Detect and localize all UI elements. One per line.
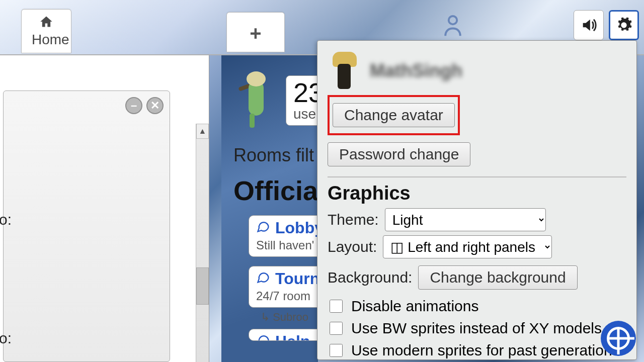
- plus-icon: +: [250, 22, 261, 45]
- watermark-icon: [601, 321, 636, 356]
- checkbox[interactable]: [330, 344, 343, 357]
- username-label: MathSingh: [370, 60, 462, 81]
- check-label: Disable animations: [351, 298, 478, 315]
- sound-button[interactable]: [574, 10, 604, 40]
- check-disable-animations[interactable]: Disable animations: [328, 298, 626, 315]
- scrollbar[interactable]: ▲: [196, 124, 209, 362]
- check-label: Use modern sprites for past generations: [351, 342, 620, 359]
- room-title: Lobby: [275, 219, 324, 237]
- close-icon[interactable]: ✕: [146, 97, 164, 114]
- layout-select[interactable]: ◫ Left and right panels: [383, 235, 552, 258]
- check-modern-sprites[interactable]: Use modern sprites for past generations: [328, 342, 626, 359]
- minimize-icon[interactable]: –: [125, 97, 142, 114]
- tab-new[interactable]: +: [226, 12, 285, 52]
- check-bw-sprites[interactable]: Use BW sprites instead of XY models: [328, 320, 626, 337]
- scroll-thumb[interactable]: [196, 267, 209, 305]
- avatar: [328, 49, 364, 93]
- highlight-change-avatar: Change avatar: [328, 95, 460, 135]
- theme-select[interactable]: Light: [385, 208, 546, 231]
- settings-panel: MathSingh Change avatar Password change …: [317, 40, 637, 360]
- layout-label: Layout:: [328, 238, 377, 255]
- home-icon: [32, 15, 61, 31]
- tab-home[interactable]: Home: [21, 9, 71, 53]
- chat-icon: [256, 219, 270, 237]
- change-avatar-button[interactable]: Change avatar: [333, 103, 455, 127]
- password-change-button[interactable]: Password change: [328, 142, 470, 166]
- checkbox[interactable]: [330, 322, 343, 335]
- left-panel: – ✕ o: o: ▲: [0, 55, 209, 362]
- chat-to-label-1: o:: [0, 211, 12, 228]
- check-label: Use BW sprites instead of XY models: [351, 320, 602, 337]
- mascot-sprite: [233, 70, 279, 131]
- chat-icon: [256, 332, 270, 341]
- svg-point-0: [449, 16, 457, 24]
- chat-window: – ✕: [3, 90, 170, 362]
- tab-home-label: Home: [32, 32, 61, 48]
- scroll-up-icon[interactable]: ▲: [196, 124, 209, 139]
- graphics-heading: Graphics: [328, 183, 626, 204]
- background-label: Background:: [328, 269, 412, 286]
- theme-label: Theme:: [328, 211, 379, 228]
- settings-button[interactable]: [609, 10, 639, 40]
- chat-to-label-2: o:: [0, 330, 12, 347]
- chat-icon: [256, 269, 270, 288]
- checkbox[interactable]: [330, 300, 343, 313]
- room-title: Heln: [275, 332, 310, 341]
- user-icon[interactable]: [438, 10, 468, 40]
- top-right-controls: [438, 10, 639, 40]
- room-title: Tourn: [275, 269, 319, 288]
- change-background-button[interactable]: Change background: [418, 265, 577, 290]
